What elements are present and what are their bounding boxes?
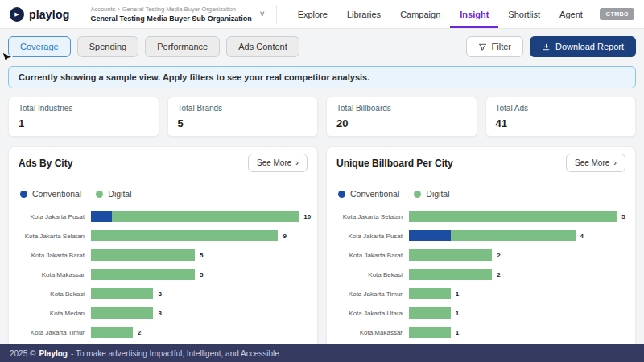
org-badge[interactable]: GTMBO — [600, 8, 634, 20]
bar-value: 2 — [497, 271, 500, 278]
tab-ads-content[interactable]: Ads Content — [226, 36, 299, 57]
bar-segment-digital[interactable] — [409, 269, 492, 280]
footer: 2025 © Playlog - To make advertising Imp… — [0, 344, 644, 362]
bar-segment-conventional[interactable] — [91, 211, 112, 222]
bar-segment-digital[interactable] — [91, 288, 153, 299]
nav-item-libraries[interactable]: Libraries — [337, 0, 390, 28]
tab-group: CoverageSpendingPerformanceAds Content — [8, 36, 299, 57]
chart-legend: Conventional Digital — [327, 179, 635, 204]
nav-item-explore[interactable]: Explore — [288, 0, 337, 28]
see-more-button[interactable]: See More › — [566, 154, 625, 172]
bar-segment-digital[interactable] — [409, 327, 451, 338]
breadcrumb-root[interactable]: Accounts — [90, 6, 115, 13]
chevron-right-icon: › — [295, 158, 299, 167]
bar-segment-digital[interactable] — [409, 288, 451, 299]
tab-performance[interactable]: Performance — [145, 36, 220, 57]
bar-segment-digital[interactable] — [91, 327, 133, 338]
footer-brand: Playlog — [39, 349, 68, 358]
logo[interactable]: ▶ playlog — [10, 7, 69, 22]
bar-row: Kota Jakarta Barat2 — [332, 245, 625, 265]
bar-label: Kota Jakarta Timur — [14, 329, 91, 336]
legend-item-digital: Digital — [96, 189, 131, 199]
chevron-down-icon[interactable]: ˅ — [260, 10, 265, 19]
nav-item-insight[interactable]: Insight — [450, 0, 498, 28]
bar-row: Kota Jakarta Timur1 — [332, 284, 625, 303]
bar-value: 5 — [200, 252, 203, 259]
filter-button[interactable]: Filter — [466, 36, 523, 57]
bar-label: Kota Jakarta Pusat — [14, 213, 91, 220]
bar-segment-conventional[interactable] — [409, 230, 451, 241]
breadcrumb-top: Accounts›General Testing Media Buyer Org… — [90, 6, 251, 13]
chart-title: Ads By City — [19, 158, 72, 169]
bar-label: Kota Jakarta Pusat — [332, 232, 409, 240]
bar-segment-digital[interactable] — [91, 230, 278, 241]
digital-dot-icon — [414, 191, 421, 198]
bar-value: 4 — [580, 232, 584, 240]
bar-segment-digital[interactable] — [91, 249, 195, 261]
legend-item-digital: Digital — [414, 189, 449, 199]
legend-label-conventional: Conventional — [32, 189, 81, 199]
footer-year: 2025 © — [10, 349, 35, 358]
conventional-dot-icon — [20, 191, 27, 198]
bar-track: 1 — [409, 327, 625, 338]
top-bar: ▶ playlog Accounts›General Testing Media… — [0, 0, 644, 29]
see-more-label: See More — [257, 158, 291, 167]
sample-view-banner: Currently showing a sample view. Apply f… — [8, 66, 636, 88]
chart-header: Ads By City See More › — [9, 147, 317, 179]
bar-segment-digital[interactable] — [112, 211, 299, 222]
bar-segment-digital[interactable] — [409, 249, 492, 261]
download-label: Download Report — [555, 42, 624, 51]
bar-segment-digital[interactable] — [451, 230, 576, 241]
nav-item-campaign[interactable]: Campaign — [390, 0, 450, 28]
bar-track: 9 — [91, 230, 308, 241]
download-report-button[interactable]: Download Report — [530, 36, 636, 57]
nav-item-agent[interactable]: Agent — [550, 0, 592, 28]
stat-value: 20 — [336, 117, 467, 130]
breadcrumb[interactable]: Accounts›General Testing Media Buyer Org… — [90, 6, 251, 23]
see-more-button[interactable]: See More › — [248, 154, 308, 172]
bar-value: 3 — [158, 310, 161, 317]
bar-track: 2 — [91, 327, 308, 338]
stat-card-total-ads: Total Ads41 — [485, 97, 637, 137]
bar-label: Kota Jakarta Timur — [332, 290, 409, 298]
breadcrumb-org[interactable]: General Testing Media Buyer Organization — [122, 6, 236, 13]
bar-row: Kota Medan3 — [14, 303, 308, 323]
nav-item-shortlist[interactable]: Shortlist — [498, 0, 550, 28]
tab-coverage[interactable]: Coverage — [8, 36, 71, 57]
stat-label: Total Brands — [178, 104, 308, 113]
bar-row: Kota Jakarta Selatan5 — [332, 207, 625, 226]
bar-value: 2 — [138, 329, 141, 336]
bar-label: Kota Jakarta Selatan — [14, 232, 91, 240]
bar-value: 5 — [200, 271, 203, 278]
bar-value: 5 — [621, 213, 625, 220]
bar-segment-digital[interactable] — [409, 307, 451, 319]
bar-label: Kota Jakarta Barat — [332, 252, 409, 259]
bar-label: Kota Jakarta Utara — [332, 310, 409, 317]
conventional-dot-icon — [338, 191, 345, 198]
bar-segment-digital[interactable] — [409, 211, 617, 222]
bar-segment-digital[interactable] — [91, 307, 153, 319]
stat-value: 41 — [496, 117, 626, 130]
breadcrumb-separator: › — [118, 6, 120, 13]
bar-row: Kota Jakarta Pusat4 — [332, 226, 625, 245]
bar-row: Kota Bekasi2 — [332, 265, 625, 284]
bar-value: 1 — [456, 329, 459, 336]
breadcrumb-sub-org: General Testing Media Buyer Sub Organiza… — [90, 14, 251, 23]
bar-track: 3 — [91, 288, 308, 299]
see-more-label: See More — [575, 158, 609, 167]
charts-row: Ads By City See More › Conventional Digi… — [8, 146, 636, 362]
download-icon — [542, 43, 551, 51]
logo-text: playlog — [29, 8, 69, 21]
playlog-logo-icon: ▶ — [10, 7, 24, 22]
bar-segment-digital[interactable] — [91, 269, 195, 280]
chart-card: Ads By City See More › Conventional Digi… — [8, 146, 318, 362]
legend-label-digital: Digital — [426, 189, 449, 199]
bar-list: Kota Jakarta Pusat10Kota Jakarta Selatan… — [9, 204, 317, 361]
bar-value: 2 — [497, 252, 500, 259]
chart-header: Unique Billboard Per City See More › — [327, 147, 635, 179]
bar-track: 10 — [91, 211, 308, 222]
bar-row: Kota Jakarta Timur2 — [14, 323, 308, 342]
bar-row: Kota Makassar1 — [332, 323, 625, 342]
bar-value: 3 — [158, 290, 161, 298]
tab-spending[interactable]: Spending — [77, 36, 139, 57]
